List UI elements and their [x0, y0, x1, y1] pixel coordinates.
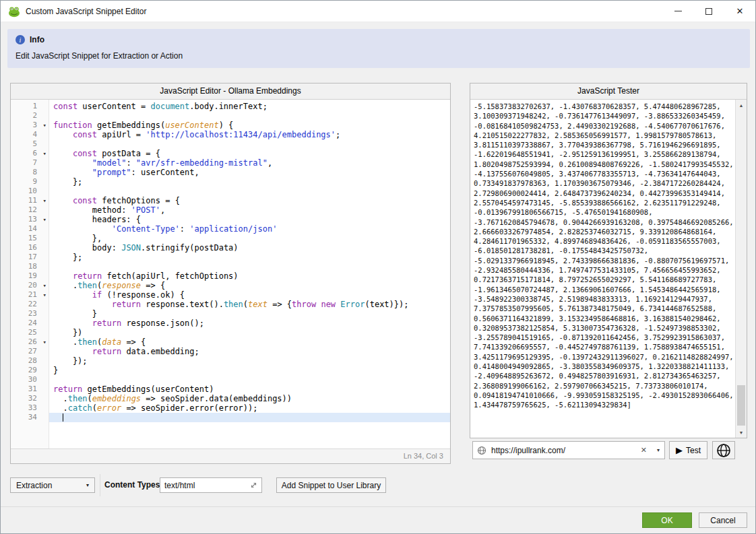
cancel-button[interactable]: Cancel — [699, 512, 747, 528]
code-line[interactable]: function getEmbeddings(userContent) { — [49, 121, 450, 130]
clear-url-icon[interactable]: ✕ — [635, 446, 652, 455]
code-line[interactable]: }; — [49, 177, 450, 187]
scroll-down-icon[interactable]: ▼ — [736, 427, 747, 438]
fold-arrow-icon[interactable]: ▾ — [43, 215, 46, 224]
code-line[interactable] — [49, 375, 450, 385]
code-line[interactable]: return fetch(apiUrl, fetchOptions) — [49, 271, 450, 281]
code-line[interactable]: const postData = { — [49, 149, 450, 158]
gutter-line: 15 — [11, 234, 49, 243]
fold-arrow-icon[interactable]: ▾ — [43, 337, 46, 347]
gutter-line: 21▾ — [11, 290, 49, 300]
content-types-value: text/html — [164, 481, 195, 490]
code-line[interactable]: 'Content-Type': 'application/json' — [49, 224, 450, 234]
code-lines[interactable]: const userContent = document.body.innerT… — [49, 100, 450, 448]
gutter-line: 34 — [11, 413, 49, 422]
divider — [100, 474, 100, 496]
snippet-type-value: Extraction — [16, 481, 52, 490]
content-types-label: Content Types — [104, 477, 160, 493]
maximize-button[interactable] — [693, 1, 724, 22]
fold-arrow-icon[interactable]: ▾ — [43, 149, 46, 158]
expand-icon[interactable] — [250, 481, 257, 489]
app-icon — [8, 5, 20, 18]
code-line[interactable]: }, — [49, 234, 450, 243]
gutter-line: 29 — [11, 366, 49, 375]
code-line[interactable]: .catch(error => seoSpider.error(error)); — [49, 403, 450, 413]
code-line[interactable]: .then(data => { — [49, 337, 450, 347]
gutter-line: 9 — [11, 177, 49, 187]
code-line[interactable]: "model": "avr/sfr-embedding-mistral", — [49, 158, 450, 168]
info-banner: i Info Edit JavaScript Snippet for Extra… — [7, 29, 750, 68]
code-line[interactable]: }; — [49, 253, 450, 262]
gutter-line: 31 — [11, 385, 49, 394]
code-line[interactable]: const fetchOptions = { — [49, 196, 450, 205]
minimize-button[interactable] — [662, 1, 693, 22]
test-button[interactable]: ▶ Test — [669, 441, 707, 459]
gutter-line: 22 — [11, 300, 49, 309]
open-in-browser-button[interactable] — [712, 441, 735, 459]
code-line[interactable]: body: JSON.stringify(postData) — [49, 243, 450, 253]
code-line[interactable]: } — [49, 366, 450, 375]
fold-arrow-icon[interactable]: ▾ — [43, 290, 46, 300]
code-line[interactable]: return response.json(); — [49, 319, 450, 328]
info-title: Info — [30, 35, 44, 44]
gutter-line: 8 — [11, 168, 49, 177]
close-button[interactable]: ✕ — [724, 1, 755, 22]
code-line[interactable]: const userContent = document.body.innerT… — [49, 102, 450, 111]
code-editor[interactable]: 123▾456▾7891011▾1213▾14151617181920▾21▾2… — [11, 100, 450, 448]
ok-button[interactable]: OK — [642, 512, 692, 528]
fold-arrow-icon[interactable]: ▾ — [43, 121, 46, 130]
editor-panel-title: JavaScript Editor - Ollama Embeddings — [11, 84, 450, 100]
code-line[interactable]: } — [49, 309, 450, 319]
url-dropdown-caret-icon[interactable]: ▾ — [652, 447, 664, 453]
code-line[interactable]: const apiUrl = 'http://localhost:11434/a… — [49, 130, 450, 139]
tester-panel: JavaScript Tester -5.158373832702637, -1… — [470, 83, 747, 438]
tester-scrollbar[interactable]: ▲ ▼ — [735, 100, 747, 438]
snippet-type-select[interactable]: Extraction ▾ — [10, 477, 95, 493]
browser-globe-icon — [716, 443, 731, 458]
gutter-line: 11▾ — [11, 196, 49, 205]
gutter-line: 18 — [11, 262, 49, 271]
code-line[interactable]: return data.embedding; — [49, 347, 450, 356]
code-line[interactable] — [49, 413, 450, 422]
code-line[interactable]: headers: { — [49, 215, 450, 224]
code-line[interactable]: if (!response.ok) { — [49, 290, 450, 300]
fold-arrow-icon[interactable]: ▾ — [43, 196, 46, 205]
code-line[interactable]: method: 'POST', — [49, 205, 450, 215]
code-line[interactable]: .then(embeddings => seoSpider.data(embed… — [49, 394, 450, 403]
test-url-combo[interactable]: https://ipullrank.com/ ✕ ▾ — [472, 441, 665, 459]
gutter-line: 30 — [11, 375, 49, 385]
gutter-line: 20▾ — [11, 281, 49, 290]
tester-output[interactable]: -5.158373832702637, -1.430768370628357, … — [470, 100, 735, 438]
code-line[interactable] — [49, 111, 450, 121]
gutter-line: 6▾ — [11, 149, 49, 158]
code-line[interactable]: .then(response => { — [49, 281, 450, 290]
text-caret — [63, 413, 63, 422]
editor-panel: JavaScript Editor - Ollama Embeddings 12… — [10, 83, 451, 464]
scrollbar-thumb[interactable] — [737, 385, 745, 426]
editor-gutter: 123▾456▾7891011▾1213▾14151617181920▾21▾2… — [11, 100, 49, 448]
code-line[interactable] — [49, 262, 450, 271]
test-url-value[interactable]: https://ipullrank.com/ — [491, 446, 635, 455]
code-line[interactable]: }); — [49, 356, 450, 366]
gutter-line: 5 — [11, 139, 49, 149]
gutter-line: 17 — [11, 253, 49, 262]
snippet-type-caret-icon: ▾ — [86, 482, 89, 488]
fold-arrow-icon[interactable]: ▾ — [43, 281, 46, 290]
scroll-up-icon[interactable]: ▲ — [736, 100, 747, 110]
gutter-line: 1 — [11, 102, 49, 111]
gutter-line: 14 — [11, 224, 49, 234]
content-types-input[interactable]: text/html — [160, 477, 262, 493]
code-line[interactable] — [49, 187, 450, 196]
add-to-library-button[interactable]: Add Snippet to User Library — [276, 477, 386, 493]
code-line[interactable]: return response.text().then(text => {thr… — [49, 300, 450, 309]
code-line[interactable]: return getEmbeddings(userContent) — [49, 385, 450, 394]
test-button-label: Test — [686, 446, 701, 455]
gutter-line: 19 — [11, 271, 49, 281]
minimize-icon — [674, 11, 682, 11]
gutter-line: 12 — [11, 205, 49, 215]
gutter-line: 26▾ — [11, 337, 49, 347]
code-line[interactable] — [49, 139, 450, 149]
gutter-line: 28 — [11, 356, 49, 366]
code-line[interactable]: "prompt": userContent, — [49, 168, 450, 177]
code-line[interactable]: }) — [49, 328, 450, 337]
